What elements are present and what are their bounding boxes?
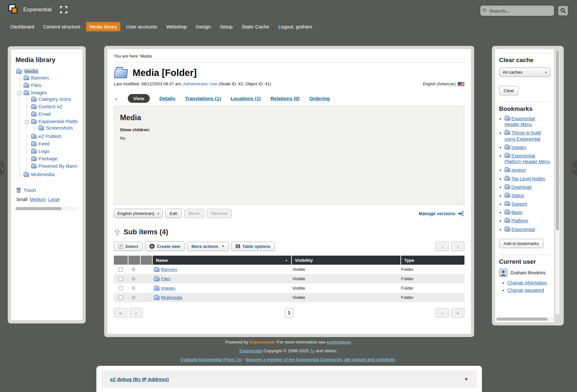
tree-link-logo[interactable]: Logo <box>38 148 49 154</box>
trash-link[interactable]: Trash <box>24 187 36 193</box>
tree-link-images[interactable]: Images <box>31 90 47 95</box>
tree-item-exponential-platform[interactable]: − Exponential Platfo Screenshots <box>31 118 79 132</box>
fullscreen-icon[interactable] <box>60 6 67 13</box>
tree-item-media[interactable]: Media Banners Files − Images <box>16 68 79 179</box>
administrator-user-link[interactable]: Administrator User <box>183 81 218 86</box>
bookmark-link[interactable]: Support <box>511 201 527 207</box>
nav-content-structure[interactable]: Content structure <box>40 22 83 31</box>
row-checkbox[interactable] <box>119 286 123 290</box>
nav-logout[interactable]: Logout: graham <box>275 22 315 31</box>
bookmark-link[interactable]: Download <box>511 185 531 190</box>
tree-item-files[interactable]: Files <box>24 81 79 89</box>
bookmark-link[interactable]: Exponential <box>511 227 535 232</box>
change-information-link[interactable]: Change information <box>507 280 547 285</box>
tree-item-screenshots[interactable]: Screenshots <box>38 124 79 132</box>
header-type-column[interactable]: Type <box>401 256 464 265</box>
gear-icon[interactable]: ⚙ <box>131 295 136 301</box>
gear-icon[interactable]: ⚙ <box>131 285 136 291</box>
more-actions-button[interactable]: More actions ▼ <box>187 242 229 251</box>
bookmark-link[interactable]: Top Level Nodes <box>511 176 545 181</box>
bookmark-link[interactable]: Images <box>511 145 526 150</box>
exponential-link[interactable]: Exponential <box>239 348 262 353</box>
bookmark-link[interactable]: Platform <box>511 218 528 223</box>
tree-link-media[interactable]: Media <box>24 69 39 74</box>
add-to-bookmarks-button[interactable]: Add to bookmarks <box>499 239 543 248</box>
tree-item-feed[interactable]: Feed <box>31 140 79 147</box>
search-input[interactable] <box>480 5 555 16</box>
collapse-expander-icon[interactable]: − <box>25 120 28 124</box>
tree-item-multimedia[interactable]: Multimedia <box>24 171 79 178</box>
tree-link-multimedia[interactable]: Multimedia <box>31 172 55 177</box>
edit-button[interactable]: Edit <box>165 209 182 218</box>
row-link-multimedia[interactable]: Multimedia <box>161 295 182 300</box>
tree-link-banners[interactable]: Banners <box>31 75 49 80</box>
header-visibility-column[interactable]: Visibility <box>292 256 400 265</box>
size-large[interactable]: Large <box>48 197 60 202</box>
tree-link-feed[interactable]: Feed <box>38 141 49 146</box>
evaluate-link[interactable]: Evaluate Exponential (From 7x) <box>181 357 242 362</box>
tree-link-files[interactable]: Files <box>31 82 41 88</box>
tab-translations[interactable]: Translations (1) <box>185 96 221 101</box>
tree-link-package[interactable]: Package <box>38 156 57 161</box>
tree-link-email[interactable]: Email <box>38 111 51 117</box>
right-vertical-scrollbar[interactable] <box>555 50 560 314</box>
tree-item-email[interactable]: Email <box>31 110 79 118</box>
ez-debug-link[interactable]: eZ debug (By IP Address) <box>110 376 169 382</box>
debug-toggle-icon[interactable]: ▼ <box>464 377 468 382</box>
bookmark-link[interactable]: Exponential Platform Header Menu <box>505 153 550 164</box>
tree-item-banners[interactable]: Banners <box>24 74 79 81</box>
tree-link-powered-by-banner[interactable]: Powered By Bann <box>38 163 77 169</box>
row-checkbox[interactable] <box>119 295 123 300</box>
row-checkbox[interactable] <box>119 267 123 271</box>
tree-link-content-ez[interactable]: Content eZ <box>38 104 62 109</box>
gear-icon[interactable]: ⚙ <box>131 267 136 272</box>
tree-item-category-icons[interactable]: Category Icons <box>31 95 79 103</box>
nav-design[interactable]: Design <box>192 22 214 31</box>
bookmark-link[interactable]: Status <box>511 193 524 198</box>
search-button[interactable] <box>558 5 569 16</box>
tree-link-ez-publish[interactable]: eZ Publish <box>38 133 61 139</box>
tree-item-images[interactable]: − Images Category Icons Content eZ <box>24 89 79 171</box>
row-link-banners[interactable]: Banners <box>161 267 177 272</box>
tab-locations[interactable]: Locations (1) <box>231 96 261 101</box>
row-link-files[interactable]: Files <box>161 276 170 281</box>
table-options-button[interactable]: Table options <box>231 242 275 251</box>
nav-webshop[interactable]: Webshop <box>163 22 190 31</box>
create-new-button[interactable]: + Create new <box>145 241 185 251</box>
right-panel-collapse-handle[interactable]: ‹ <box>572 161 577 175</box>
nav-setup[interactable]: Setup <box>217 22 236 31</box>
left-panel-collapse-handle[interactable]: › <box>0 161 5 175</box>
tree-link-screenshots[interactable]: Screenshots <box>46 125 73 131</box>
community-link[interactable]: Become a member of the Exponential Commu… <box>246 357 395 362</box>
right-horizontal-scrollbar[interactable] <box>496 317 554 321</box>
change-password-link[interactable]: Change password <box>507 288 544 293</box>
up-arrow-icon[interactable] <box>114 229 120 235</box>
nav-user-accounts[interactable]: User accounts <box>123 22 160 31</box>
cache-type-select[interactable]: All caches ▾ <box>499 68 550 77</box>
nav-media-library[interactable]: Media library <box>86 22 120 31</box>
clear-cache-button[interactable]: Clear <box>499 86 518 95</box>
tree-item-ez-publish[interactable]: eZ Publish <box>31 132 79 140</box>
left-horizontal-scrollbar[interactable] <box>15 207 79 211</box>
tree-item-package[interactable]: Package <box>31 155 79 162</box>
tab-relations[interactable]: Relations (0) <box>270 96 299 101</box>
tab-view[interactable]: View <box>128 94 150 103</box>
ezinfo-about-link[interactable]: ezinfo/about <box>327 340 351 344</box>
row-link-images[interactable]: Images <box>161 286 175 291</box>
tree-item-content-ez[interactable]: Content eZ <box>31 103 79 110</box>
bookmark-link[interactable]: sevenx <box>511 167 526 173</box>
gear-icon[interactable]: ⚙ <box>131 276 136 282</box>
tree-link-category-icons[interactable]: Category Icons <box>38 96 71 102</box>
select-button[interactable]: ✓ Select <box>114 242 143 251</box>
size-medium[interactable]: Medium <box>30 197 46 202</box>
sevenx-link[interactable]: 7x <box>310 348 314 353</box>
sort-ascending-icon[interactable]: ▲ <box>285 259 288 262</box>
tab-ordering[interactable]: Ordering <box>309 96 330 101</box>
tab-details[interactable]: Details <box>159 96 175 101</box>
manage-versions-link[interactable]: Manage versions <box>419 211 455 216</box>
nav-dashboard[interactable]: Dashboard <box>7 22 37 31</box>
tree-link-exponential-platform[interactable]: Exponential Platfo <box>38 119 78 124</box>
tabs-collapse-icon[interactable]: ▲ <box>114 97 118 101</box>
tree-item-powered-by-banner[interactable]: Powered By Bann <box>31 162 79 170</box>
nav-static-cache[interactable]: Static Cache <box>238 22 272 31</box>
